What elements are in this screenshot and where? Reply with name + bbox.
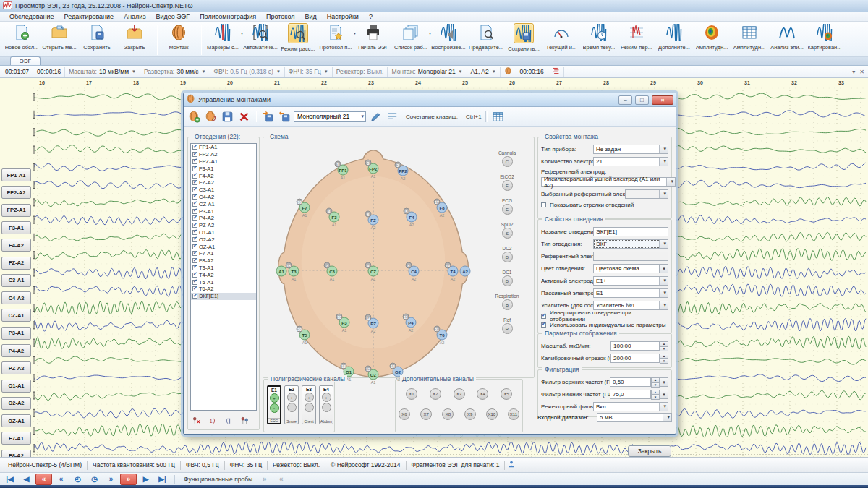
poly-channel-E3[interactable]: E3+-Chest [302,385,316,424]
device-type-select[interactable]: Не задан [593,145,668,154]
poly-channel-E2[interactable]: E2+-Snore [284,385,299,424]
dialog-title-bar[interactable]: Управление монтажами – □ × [184,93,676,107]
lead-item-CZ-A1[interactable]: CZ-A1 [191,200,256,207]
lead-item-F4-A2[interactable]: F4-A2 [191,172,256,179]
electrode-OZ[interactable]: OZ15A1 [368,369,379,380]
poly-plus-contact[interactable]: + [305,393,314,402]
import-montage-button[interactable] [277,109,292,124]
electrode-FP2[interactable]: FP22A2 [398,166,409,176]
worklist-button[interactable]: Список раб...▾ [392,23,430,51]
lead-checkbox[interactable] [192,174,197,179]
channel-label-O2-A2[interactable]: O2-A2 [1,397,31,410]
menu-item-7[interactable]: Вид [299,12,321,21]
lead-checkbox[interactable] [192,159,197,164]
electrode-PZ[interactable]: PZ12A2 [368,318,379,329]
extra-channel-X10[interactable]: X10 [486,408,498,420]
side-channel-electrode[interactable]: C [502,156,513,167]
timer-forward-button[interactable]: ◷ [87,474,102,484]
epoch-analysis-button[interactable]: Анализ эпи... [768,23,806,51]
spin-down-icon[interactable]: ▼ [660,359,668,364]
poly-minus-contact[interactable]: - [270,403,279,413]
reference-electrode-select[interactable]: Ипсилатеральный ушной электрод (A1 или A… [541,177,676,187]
move-lead-up-button[interactable] [222,415,236,427]
lpf-dropdown-button[interactable]: ▾ [660,390,668,399]
fast-rewind-button[interactable]: « [35,474,52,485]
dialog-maximize-button[interactable]: □ [635,95,649,105]
lead-checkbox[interactable] [192,230,197,235]
selected-reference-select[interactable] [625,189,668,199]
hpf-input[interactable]: 0,50 [610,377,651,387]
electrode-count-select[interactable]: 21 [593,157,668,166]
poly-plus-contact[interactable]: + [287,393,297,402]
side-channel-electrode[interactable]: B [502,299,513,310]
electrode-FP1[interactable]: FP11A1 [338,165,349,176]
channel-label-FP1-A1[interactable]: FP1-A1 [1,168,31,181]
menu-item-4[interactable]: Видео ЭЭГ [151,12,195,21]
current-time-button[interactable]: Время теку... [580,23,618,51]
menu-item-5[interactable]: Полисомнография [195,12,261,21]
save-button[interactable]: Сохранить [78,23,116,51]
protocol-button[interactable]: Протокол п...▾ [317,23,354,51]
channel-label-P3-A1[interactable]: P3-A1 [1,327,31,340]
additional-button[interactable]: Дополните... [655,23,693,51]
montage-select[interactable]: Монтаж:Monopolar 21▼ [388,67,467,77]
channel-label-OZ-A1[interactable]: OZ-A1 [1,414,31,427]
lead-item-OZ-A1[interactable]: OZ-A1 [191,243,256,250]
lead-color-input[interactable]: Цветовая схема [593,264,660,273]
electrode-F7[interactable]: F716A1 [299,202,310,213]
delete-lead-button[interactable] [190,415,204,427]
save-montage-button[interactable] [220,109,234,124]
electrode-P4[interactable]: P411A2 [406,317,417,328]
lead-checkbox[interactable] [192,145,197,150]
channel-label-P4-A2[interactable]: P4-A2 [1,344,31,357]
lead-checkbox[interactable] [192,286,197,291]
poly-minus-contact[interactable]: - [322,403,331,412]
extra-channel-X9[interactable]: X9 [464,408,476,420]
lead-checkbox[interactable] [192,215,197,221]
menu-item-9[interactable]: ? [364,12,378,21]
scale-spinner[interactable]: ▲▼ [660,341,668,351]
montage-head-icon[interactable] [501,67,516,77]
individual-params-checkbox[interactable] [541,322,546,328]
extra-channel-X11[interactable]: X11 [508,408,519,420]
lead-item-F7-A1[interactable]: F7-A1 [191,250,256,257]
lead-checkbox[interactable] [192,280,197,285]
extra-channel-X3[interactable]: X3 [454,388,465,400]
new-exam-button[interactable]: Новое обсл... [3,23,41,51]
save-fragment-button[interactable]: Сохранить... [505,23,542,52]
poly-minus-contact[interactable]: - [305,403,314,412]
menu-item-6[interactable]: Протокол [261,12,299,21]
move-lead-down-button[interactable]: 1 [206,415,220,427]
show-lead-arrows-checkbox[interactable] [541,202,546,207]
lead-checkbox[interactable] [192,265,197,270]
close-exam-button[interactable]: Закрыть [116,23,153,51]
lead-checkbox[interactable] [192,194,197,200]
channel-label-F7-A1[interactable]: F7-A1 [1,432,31,445]
playback-button[interactable]: Воспроизве... [430,23,467,51]
electrode-F3[interactable]: F34A1 [329,212,340,223]
field-individual-params[interactable]: Использовать индивидуальные параметры [541,320,668,329]
timer-back-button[interactable]: ◴ [70,474,85,484]
channel-label-CZ-A1[interactable]: CZ-A1 [1,309,31,322]
lead-checkbox[interactable] [192,258,197,263]
electrode-CZ[interactable]: CZ9A1 [368,266,379,277]
lead-item-P4-A2[interactable]: P4-A2 [191,215,256,222]
electrode-A1[interactable]: A1 [276,266,287,277]
lead-item-T5-A1[interactable]: T5-A1 [191,278,256,286]
print-eeg-button[interactable]: Печать ЭЭГ [354,23,392,51]
poly-minus-contact[interactable]: - [287,403,297,412]
lead-checkbox[interactable] [192,294,197,299]
current-source-button[interactable]: Текущий и... [542,23,580,51]
lead-item-FP2-A2[interactable]: FP2-A2 [191,151,256,158]
tab-eeg[interactable]: ЭЭГ [10,56,41,65]
export-montage-button[interactable] [260,109,275,124]
spin-up-icon[interactable]: ▲ [651,390,660,395]
close-button[interactable]: Закрыть [628,445,671,457]
channel-label-O1-A1[interactable]: O1-A1 [1,380,31,393]
poly-plus-contact[interactable]: + [270,393,279,403]
input-range-select[interactable]: 5 мВ [597,413,672,422]
lead-checkbox[interactable] [192,187,197,192]
lead-item-T4-A2[interactable]: T4-A2 [191,271,256,278]
rename-montage-button[interactable] [368,109,383,124]
time-position[interactable]: 00:00:16 [33,67,65,77]
